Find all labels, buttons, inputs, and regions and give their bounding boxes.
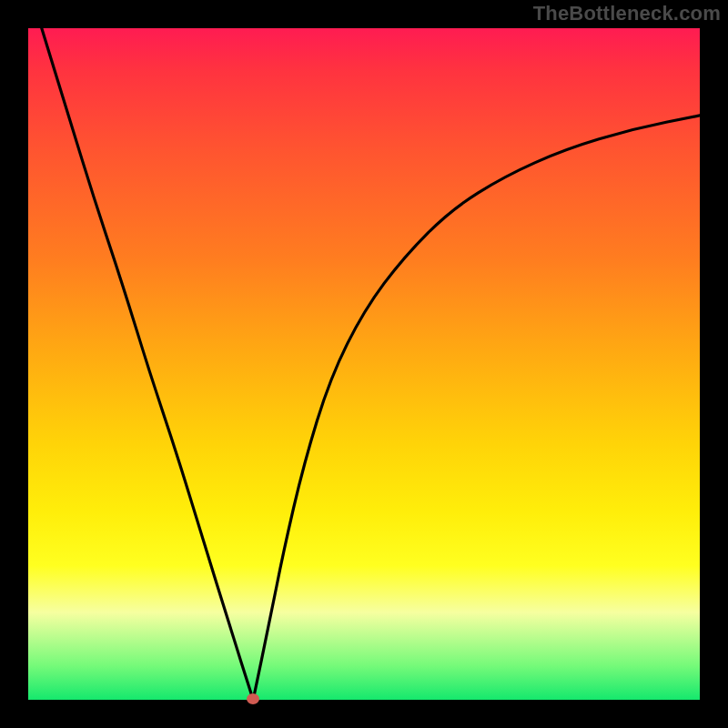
bottleneck-curve xyxy=(42,28,700,700)
watermark-text: TheBottleneck.com xyxy=(533,2,721,25)
chart-frame: TheBottleneck.com xyxy=(0,0,728,728)
minimum-marker xyxy=(247,693,259,704)
plot-area xyxy=(28,28,700,700)
curve-svg xyxy=(28,28,700,700)
